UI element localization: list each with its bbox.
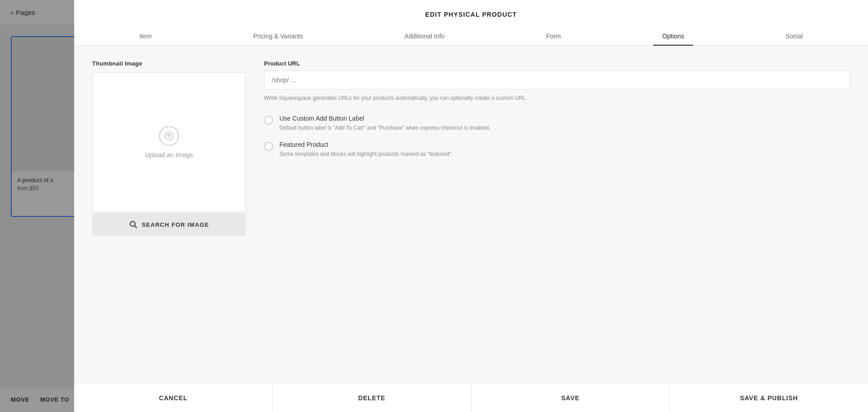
search-image-button[interactable]: SEARCH FOR IMAGE xyxy=(92,213,246,236)
featured-label: Featured Product xyxy=(279,141,453,148)
tab-pricing[interactable]: Pricing & Variants xyxy=(244,27,312,45)
modal-footer: CANCEL DELETE SAVE SAVE & PUBLISH xyxy=(74,383,868,412)
modal-body: Thumbnail Image Upload an Image SEARCH F… xyxy=(74,46,868,383)
image-upload-area[interactable]: Upload an Image xyxy=(92,72,246,212)
save-button[interactable]: SAVE xyxy=(472,384,670,412)
product-url-label: Product URL xyxy=(264,60,850,67)
tab-options[interactable]: Options xyxy=(653,27,693,45)
search-icon xyxy=(129,220,137,229)
save-publish-button[interactable]: SAVE & PUBLISH xyxy=(670,384,868,412)
tab-social[interactable]: Social xyxy=(777,27,812,45)
tab-additional[interactable]: Additional Info xyxy=(396,27,454,45)
thumbnail-panel: Thumbnail Image Upload an Image SEARCH F… xyxy=(92,60,246,369)
product-url-hint: While Squarespace generates URLs for you… xyxy=(264,94,850,102)
product-url-input[interactable] xyxy=(264,70,850,89)
modal-tabs: Item Pricing & Variants Additional Info … xyxy=(89,27,854,45)
cancel-button[interactable]: CANCEL xyxy=(74,384,273,412)
delete-button[interactable]: DELETE xyxy=(273,384,471,412)
custom-btn-label: Use Custom Add Button Label xyxy=(279,115,490,122)
custom-btn-option: Use Custom Add Button Label Default butt… xyxy=(264,115,850,132)
upload-icon xyxy=(159,126,179,146)
featured-desc: Some templates and blocks will highlight… xyxy=(279,150,453,158)
tab-item[interactable]: Item xyxy=(130,27,160,45)
radio-options: Use Custom Add Button Label Default butt… xyxy=(264,115,850,158)
edit-product-modal: EDIT PHYSICAL PRODUCT Item Pricing & Var… xyxy=(74,0,868,412)
featured-product-option: Featured Product Some templates and bloc… xyxy=(264,141,850,158)
custom-btn-desc: Default button label is "Add To Cart" an… xyxy=(279,124,490,132)
featured-radio[interactable] xyxy=(264,142,273,151)
options-panel: Product URL While Squarespace generates … xyxy=(264,60,850,369)
svg-line-2 xyxy=(134,226,137,228)
modal-title: EDIT PHYSICAL PRODUCT xyxy=(89,11,854,18)
search-image-label: SEARCH FOR IMAGE xyxy=(142,221,209,228)
custom-btn-radio[interactable] xyxy=(264,116,273,125)
thumbnail-title: Thumbnail Image xyxy=(92,60,246,67)
tab-form[interactable]: Form xyxy=(537,27,570,45)
upload-text: Upload an Image xyxy=(145,151,193,159)
modal-header: EDIT PHYSICAL PRODUCT Item Pricing & Var… xyxy=(74,0,868,46)
